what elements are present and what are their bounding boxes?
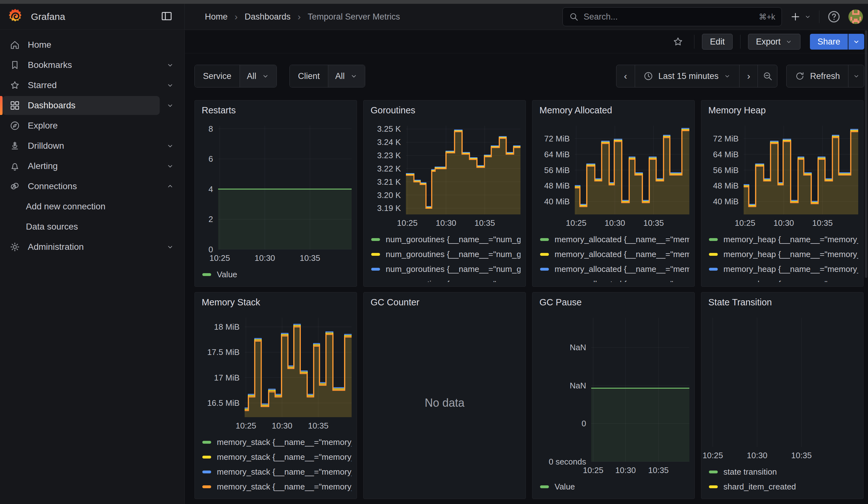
legend-item[interactable]: memory_stack {__name__="memory_stack", i… [202,435,352,450]
legend-swatch [371,268,380,271]
edit-button[interactable]: Edit [702,34,733,50]
legend-item[interactable]: memory_allocated {__name__="memory_alloc… [540,262,689,277]
legend-item[interactable]: memory_stack {__name__="memory_stack", i… [202,450,352,464]
sidebar-item-drilldown[interactable]: Drilldown [0,136,184,156]
panel-title[interactable]: GC Pause [538,292,689,311]
y-axis-label: 40 MiB [544,197,570,207]
legend-item[interactable]: num_goroutines {__name__="num_goroutines… [371,232,520,247]
sidebar-item-starred[interactable]: Starred [0,75,184,95]
x-axis: 10:2510:3010:35 [575,214,689,229]
refresh-interval-button[interactable] [848,65,864,87]
legend-item[interactable]: memory_heap {__name__="memory_heap", ins… [709,247,858,262]
sidebar-item-expand[interactable] [166,243,174,251]
sidebar-item-dashboards[interactable]: Dashboards [0,95,184,116]
sidebar-item-home[interactable]: Home [0,35,184,55]
sidebar-item-bookmarks[interactable]: Bookmarks [0,55,184,75]
grafana-logo[interactable] [7,8,23,26]
time-back-button[interactable]: ‹ [617,65,635,87]
sidebar-item-expand[interactable] [166,162,174,170]
legend-item[interactable]: Value [540,480,689,494]
dashboard-toolbar: Edit Export Share [185,30,868,53]
sidebar-item-connections[interactable]: Connections [0,176,184,196]
sidebar-item-expand[interactable] [166,142,174,150]
sidebar-item-explore[interactable]: Explore [0,116,184,136]
legend-item[interactable]: num_goroutines {__name__="num_goroutines… [371,277,520,282]
legend-label: memory_allocated {__name__="memory_alloc… [555,264,689,274]
legend-swatch [709,485,718,488]
legend-item[interactable]: memory_allocated {__name__="memory_alloc… [540,232,689,247]
y-axis-label: 3.25 K [377,124,401,134]
sidebar-collapse-icon[interactable] [161,10,173,24]
panel-title[interactable]: GC Counter [369,292,520,311]
chart-canvas [591,318,689,462]
legend-item[interactable]: memory_allocated {__name__="memory_alloc… [540,277,689,282]
legend-label: memory_stack {__name__="memory_stack", i… [217,482,352,492]
panel-grid: Restarts 0246810:2510:3010:35Value Gorou… [194,100,864,499]
favorite-star-button[interactable] [673,36,683,47]
legend: memory_heap {__name__="memory_heap", ins… [706,229,858,282]
legend-item[interactable]: memory_allocated {__name__="memory_alloc… [540,247,689,262]
y-axis-label: NaN [570,343,586,352]
filter-value-dropdown[interactable]: All [328,65,365,87]
legend-swatch [709,253,718,256]
export-button[interactable]: Export [748,34,800,50]
legend-item[interactable]: num_goroutines {__name__="num_goroutines… [371,262,520,277]
legend-swatch [202,273,211,276]
clock-icon [643,71,653,81]
x-axis-label: 10:35 [648,465,669,475]
panel-body: 0 seconds0NaNNaN10:2510:3010:35Value [538,311,689,494]
legend-item[interactable]: memory_heap {__name__="memory_heap", ins… [709,277,858,282]
panel-title[interactable]: Memory Allocated [538,101,689,119]
sidebar-item-data-sources[interactable]: Data sources [0,217,184,237]
panel-title[interactable]: State Transition [706,292,858,311]
legend-item[interactable]: memory_stack {__name__="memory_stack", i… [202,464,352,480]
help-button[interactable] [827,10,841,24]
sidebar-item-administration[interactable]: Administration [0,237,184,257]
nav-brand-section: Grafana [0,4,185,30]
add-new-button[interactable] [790,11,812,22]
breadcrumb-item[interactable]: Dashboards [245,12,291,22]
y-axis-label: 3.23 K [377,151,401,161]
legend-item[interactable]: memory_heap {__name__="memory_heap", ins… [709,262,858,277]
legend-item[interactable]: memory_stack {__name__="memory_stack", i… [202,480,352,494]
panel-title[interactable]: Memory Heap [706,101,858,119]
panel-title[interactable]: Memory Stack [200,292,352,311]
sidebar-item-alerting[interactable]: Alerting [0,156,184,176]
legend-item[interactable]: state transition [709,464,858,480]
legend-item[interactable]: num_goroutines {__name__="num_goroutines… [371,247,520,262]
legend-swatch [709,268,718,271]
breadcrumb-item[interactable]: Home [205,12,228,22]
time-zoom-out-button[interactable] [757,65,777,87]
filter-value-dropdown[interactable]: All [240,65,277,87]
filter-service[interactable]: ServiceAll [194,65,277,88]
sidebar-item-expand[interactable] [166,61,174,69]
panel-title[interactable]: Restarts [200,101,352,119]
x-axis-label: 10:30 [615,465,636,475]
sidebar-item-label: Starred [28,80,57,90]
share-menu-button[interactable] [848,34,864,50]
sidebar-item-add-new-connection[interactable]: Add new connection [0,196,184,217]
share-button[interactable]: Share [810,34,848,50]
legend: memory_allocated {__name__="memory_alloc… [538,229,689,282]
sidebar-item-expand[interactable] [166,101,174,110]
panel-gc-pause: GC Pause 0 seconds0NaNNaN10:2510:3010:35… [532,292,695,499]
sidebar-item-expand[interactable] [166,182,174,191]
page-scrollbar[interactable] [865,30,867,278]
panel-title[interactable]: Goroutines [369,101,520,119]
search-input[interactable]: Search... ⌘+k [562,7,782,26]
y-axis-label: 3.21 K [377,177,401,187]
chevron-down-icon [166,243,174,251]
active-item-accent-bar [0,96,2,115]
refresh-button[interactable]: Refresh [787,65,848,87]
time-range-picker[interactable]: Last 15 minutes [635,65,740,87]
x-axis-label: 10:25 [236,421,256,431]
legend-item[interactable]: shard_item_created [709,480,858,494]
legend-item[interactable]: memory_heap {__name__="memory_heap", ins… [709,232,858,247]
sidebar-item-expand[interactable] [166,81,174,89]
panel-body: 10:2510:3010:35state transitionshard_ite… [706,311,858,494]
user-avatar[interactable] [848,10,863,24]
plot-canvas [706,318,858,447]
legend-item[interactable]: Value [202,267,352,282]
time-forward-button[interactable]: › [739,65,757,87]
filter-client[interactable]: ClientAll [289,65,365,88]
